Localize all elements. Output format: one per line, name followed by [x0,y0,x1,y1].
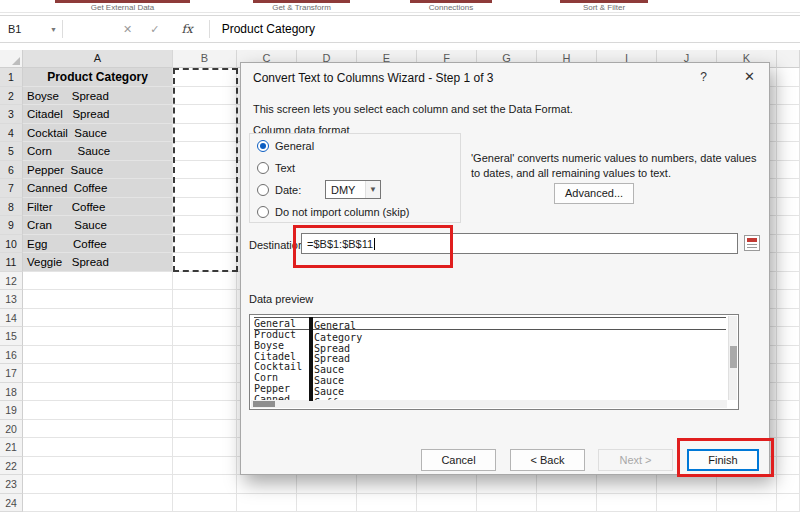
cell-E24[interactable] [357,494,417,513]
collapse-dialog-icon[interactable] [744,235,760,251]
cell-X14[interactable] [777,309,800,328]
cell-A6[interactable]: Pepper Sauce [23,161,173,180]
cell-A13[interactable] [23,290,173,309]
cell-X24[interactable] [777,494,800,513]
enter-formula-icon[interactable]: ✓ [150,23,159,36]
cell-A15[interactable] [23,327,173,346]
preview-col-format[interactable]: General [254,318,306,329]
row-header-15[interactable]: 15 [0,327,23,346]
cell-C23[interactable] [237,475,297,494]
close-icon[interactable]: ✕ [744,69,755,84]
cell-X8[interactable] [777,198,800,217]
cell-X3[interactable] [777,105,800,124]
cell-H23[interactable] [537,475,597,494]
cell-X16[interactable] [777,346,800,365]
column-header-A[interactable]: A [23,50,173,68]
cell-X22[interactable] [777,457,800,476]
row-header-10[interactable]: 10 [0,235,23,254]
row-header-2[interactable]: 2 [0,87,23,106]
cell-B18[interactable] [173,383,237,402]
cell-A9[interactable]: Cran Sauce [23,216,173,235]
row-header-20[interactable]: 20 [0,420,23,439]
cell-D24[interactable] [297,494,357,513]
cell-X5[interactable] [777,142,800,161]
cell-B17[interactable] [173,364,237,383]
cell-B21[interactable] [173,438,237,457]
cell-H24[interactable] [537,494,597,513]
radio-text[interactable]: Text [257,161,295,175]
cell-E23[interactable] [357,475,417,494]
cell-X1[interactable] [777,68,800,87]
row-header-16[interactable]: 16 [0,346,23,365]
preview-column-divider[interactable] [309,317,313,401]
cell-X6[interactable] [777,161,800,180]
scrollbar-thumb[interactable] [730,346,737,368]
cell-J23[interactable] [657,475,717,494]
cell-A17[interactable] [23,364,173,383]
column-header-B[interactable]: B [173,50,237,68]
cell-K24[interactable] [717,494,777,513]
row-header-22[interactable]: 22 [0,457,23,476]
cell-X10[interactable] [777,235,800,254]
cell-B12[interactable] [173,272,237,291]
cell-A24[interactable] [23,494,173,513]
cell-X9[interactable] [777,216,800,235]
cell-B19[interactable] [173,401,237,420]
cell-A16[interactable] [23,346,173,365]
cell-A7[interactable]: Canned Coffee [23,179,173,198]
ribbon-group-get-external-data[interactable]: Get External Data [55,0,190,13]
next-button[interactable]: Next > [598,449,673,471]
cell-A23[interactable] [23,475,173,494]
row-header-17[interactable]: 17 [0,364,23,383]
cell-X23[interactable] [777,475,800,494]
cell-D23[interactable] [297,475,357,494]
row-header-5[interactable]: 5 [0,142,23,161]
cell-X15[interactable] [777,327,800,346]
cell-X21[interactable] [777,438,800,457]
row-header-7[interactable]: 7 [0,179,23,198]
cancel-button[interactable]: Cancel [421,449,496,471]
cell-C24[interactable] [237,494,297,513]
row-header-9[interactable]: 9 [0,216,23,235]
cell-X4[interactable] [777,124,800,143]
back-button[interactable]: < Back [510,449,585,471]
cell-A3[interactable]: Citadel Spread [23,105,173,124]
chevron-down-icon[interactable]: ▼ [365,181,380,198]
cell-F24[interactable] [417,494,477,513]
select-all-corner[interactable] [0,50,23,68]
cell-A20[interactable] [23,420,173,439]
row-header-6[interactable]: 6 [0,161,23,180]
cell-B23[interactable] [173,475,237,494]
cell-X19[interactable] [777,401,800,420]
name-box-dropdown-icon[interactable]: ▼ [50,26,57,33]
row-header-19[interactable]: 19 [0,401,23,420]
cell-B16[interactable] [173,346,237,365]
column-header-partial[interactable] [777,50,800,68]
cell-A10[interactable]: Egg Coffee [23,235,173,254]
row-header-14[interactable]: 14 [0,309,23,328]
cell-X17[interactable] [777,364,800,383]
cell-X18[interactable] [777,383,800,402]
cell-B13[interactable] [173,290,237,309]
preview-horizontal-scrollbar[interactable] [251,400,727,408]
row-header-13[interactable]: 13 [0,290,23,309]
scrollbar-thumb[interactable] [253,401,275,407]
cell-K23[interactable] [717,475,777,494]
name-box[interactable]: B1 ▼ [0,16,62,42]
cell-A19[interactable] [23,401,173,420]
cell-I24[interactable] [597,494,657,513]
row-header-1[interactable]: 1 [0,68,23,87]
cell-A22[interactable] [23,457,173,476]
cell-A2[interactable]: Boyse Spread [23,87,173,106]
cell-A1[interactable]: Product Category [23,68,173,87]
cell-X13[interactable] [777,290,800,309]
preview-vertical-scrollbar[interactable] [728,316,737,400]
cell-B14[interactable] [173,309,237,328]
row-header-24[interactable]: 24 [0,494,23,513]
radio-general[interactable]: General [257,139,314,153]
advanced-button[interactable]: Advanced... [554,183,634,204]
radio-date[interactable]: Date: [257,183,301,197]
cell-X20[interactable] [777,420,800,439]
row-header-21[interactable]: 21 [0,438,23,457]
cell-X2[interactable] [777,87,800,106]
